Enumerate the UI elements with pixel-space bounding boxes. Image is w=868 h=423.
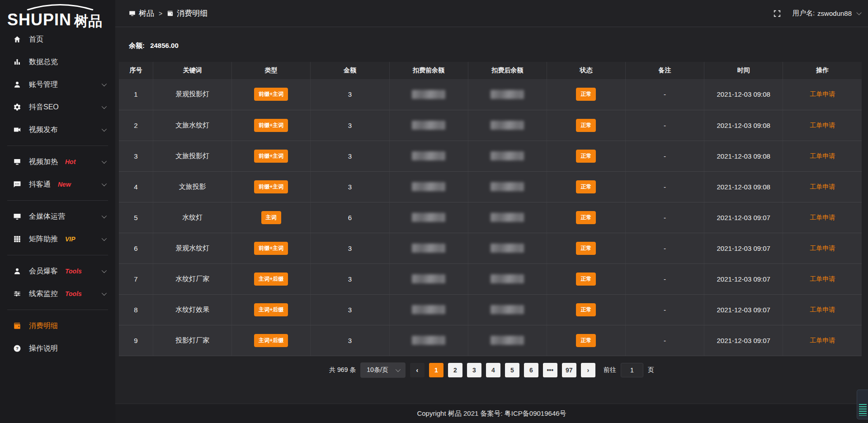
action-cell: 工单申请 [783,263,862,294]
sidebar-item-seo[interactable]: 抖音SEO [0,96,115,118]
action-cell: 工单申请 [783,79,862,110]
sidebar-item-home[interactable]: 首页 [0,28,115,51]
sidebar-item-data[interactable]: 数据总览 [0,51,115,73]
chevron-down-icon [102,104,107,109]
breadcrumb-home-label: 树品 [139,8,154,19]
page-button-1[interactable]: 1 [429,363,443,377]
row-index-cell: 2 [119,110,153,141]
action-cell: 工单申请 [783,171,862,202]
chevron-down-icon [102,236,107,241]
work-order-link[interactable]: 工单申请 [810,337,835,344]
user-icon [13,80,22,89]
sidebar-item-douketong[interactable]: 抖客通New [0,173,115,196]
logo-arc [26,3,94,10]
sidebar-item-label: 视频发布 [29,125,58,135]
sidebar-item-label: 会员爆客 [29,267,58,276]
work-order-link[interactable]: 工单申请 [810,152,835,160]
amount-cell: 3 [311,141,389,171]
page-button-3[interactable]: 3 [467,363,481,377]
page-button-6[interactable]: 6 [524,363,538,377]
row-index-cell: 9 [119,325,153,356]
action-cell: 工单申请 [783,202,862,233]
remark-cell: - [626,141,704,171]
keyword-cell: 文旅投影 [153,171,232,202]
balance-after-cell [468,233,547,263]
sidebar-item-matrix[interactable]: 矩阵助推VIP [0,228,115,250]
work-order-link[interactable]: 工单申请 [810,306,835,313]
sidebar-item-heat[interactable]: 视频加热Hot [0,150,115,173]
status-badge: 正常 [576,303,596,316]
amount-cell: 3 [311,325,389,356]
sidebar-item-label: 视频加热 [29,157,58,167]
work-order-link[interactable]: 工单申请 [810,122,835,129]
type-cell: 前缀+主词 [232,171,311,202]
table-row: 3文旅投影灯前缀+主词3正常-2021-12-03 09:08工单申请 [119,141,862,171]
status-cell: 正常 [547,263,625,294]
page-button-2[interactable]: 2 [448,363,462,377]
type-badge: 前缀+主词 [254,180,288,193]
status-badge: 正常 [576,273,596,286]
page-button-4[interactable]: 4 [486,363,500,377]
keyword-cell: 水纹灯 [153,202,232,233]
fullscreen-icon[interactable] [773,9,782,18]
masked-value [412,244,445,253]
next-page-button[interactable]: › [581,363,595,377]
column-header: 扣费后余额 [468,62,547,79]
masked-value [412,305,445,314]
row-index-cell: 3 [119,141,153,171]
side-float-widget[interactable] [857,390,868,419]
user-menu[interactable]: 用户名: zswodun88 [793,9,860,18]
page-button-5[interactable]: 5 [505,363,519,377]
work-order-link[interactable]: 工单申请 [810,244,835,252]
status-cell: 正常 [547,233,625,263]
work-order-link[interactable]: 工单申请 [810,183,835,190]
sidebar-item-media[interactable]: 全媒体运营 [0,205,115,228]
masked-value [412,336,445,345]
column-header: 扣费前余额 [389,62,468,79]
sidebar-item-expense[interactable]: 消费明细 [0,315,115,337]
time-cell: 2021-12-03 09:08 [704,141,783,171]
balance: 余额: 24856.00 [129,42,868,50]
remark-cell: - [626,325,704,356]
prev-page-button[interactable]: ‹ [410,363,425,377]
remark-cell: - [626,202,704,233]
app-icon [129,10,136,17]
page-size-value: 10条/页 [367,366,388,374]
keyword-cell: 水纹灯效果 [153,294,232,325]
work-order-link[interactable]: 工单申请 [810,214,835,221]
page-button-97[interactable]: 97 [562,363,576,377]
brand-logo: SHUPIN 树品 [0,0,115,28]
type-badge: 前缀+主词 [254,88,288,101]
brand-name-cn: 树品 [74,14,102,28]
row-index-cell: 6 [119,233,153,263]
breadcrumb-current[interactable]: 消费明细 [167,8,208,19]
sidebar-item-publish[interactable]: 视频发布 [0,118,115,141]
sidebar-item-clues[interactable]: 线索监控Tools [0,282,115,305]
work-order-link[interactable]: 工单申请 [810,275,835,282]
table-row: 2文旅水纹灯前缀+主词3正常-2021-12-03 09:08工单申请 [119,110,862,141]
time-cell: 2021-12-03 09:07 [704,325,783,356]
row-index-cell: 4 [119,171,153,202]
sidebar-item-help[interactable]: ?操作说明 [0,337,115,360]
table-body: 1景观投影灯前缀+主词3正常-2021-12-03 09:08工单申请2文旅水纹… [119,79,862,356]
amount-cell: 3 [311,294,389,325]
screen-icon [13,157,22,166]
more-pages-button[interactable]: ••• [543,363,557,377]
page-size-select[interactable]: 10条/页 [360,362,405,378]
sidebar-item-badge: New [58,181,71,188]
sidebar-item-member[interactable]: 会员爆客Tools [0,260,115,282]
goto-page-input[interactable] [621,363,643,377]
status-cell: 正常 [547,79,625,110]
row-index-cell: 8 [119,294,153,325]
time-cell: 2021-12-03 09:07 [704,263,783,294]
sidebar-divider [7,310,108,310]
breadcrumb-home[interactable]: 树品 [129,8,154,19]
balance-before-cell [389,325,468,356]
balance-before-cell [389,233,468,263]
chevron-down-icon [102,181,107,186]
work-order-link[interactable]: 工单申请 [810,90,835,98]
type-cell: 主词+后缀 [232,294,311,325]
sidebar-divider [7,255,108,255]
table-row: 7水纹灯厂家主词+后缀3正常-2021-12-03 09:07工单申请 [119,263,862,294]
sidebar-item-account[interactable]: 账号管理 [0,73,115,96]
